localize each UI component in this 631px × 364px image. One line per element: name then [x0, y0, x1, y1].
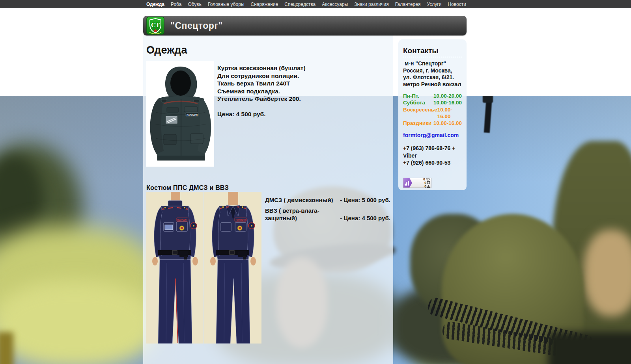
top-navbar: Одежда Роба Обувь Головные уборы Снаряже…: [0, 0, 631, 8]
address-line: ул. Флотская, 6/21.: [403, 74, 462, 81]
schedule-row: Пн-Пт. 10.00-20.00: [403, 93, 462, 99]
main-content: Одежда ПОЛИЦИЯ Куртка всесезонная (бушла…: [143, 35, 393, 364]
email-link[interactable]: formtorg@gmail.com: [403, 132, 462, 138]
product2-row: ДМСЗ ( демисезонный) - Цена: 5 000 руб.: [265, 196, 390, 204]
counter-row: 0: [412, 185, 430, 188]
page-icon: [427, 181, 430, 184]
nav-item-snaryazhenie[interactable]: Снаряжение: [251, 2, 278, 7]
pages-count: 0: [424, 181, 426, 184]
phones-block: +7 (963) 786-68-76 + Viber +7 (926) 660-…: [403, 145, 462, 167]
schedule-row: Суббота 10.00-16.00: [403, 99, 462, 106]
address-line: метро Речной вокзал: [403, 81, 462, 88]
bar-chart-icon: [403, 178, 412, 188]
nav-item-aksessuary[interactable]: Аксессуары: [322, 2, 348, 7]
nav-item-obuv[interactable]: Обувь: [188, 2, 202, 7]
product2-item-name: ВВЗ ( ветра-влага-защитный): [265, 207, 338, 222]
site-title: "Спецторг": [170, 16, 223, 35]
nav-item-roba[interactable]: Роба: [171, 2, 181, 7]
schedule-day: Пн-Пт.: [403, 93, 419, 99]
contacts-sidebar: Контакты м-н "Спецторг" Россия, г. Москв…: [398, 39, 467, 190]
counter-row: 0: [412, 181, 430, 184]
schedule-time: 10.00-20.00: [433, 93, 462, 99]
visitor-counter-widget[interactable]: 0 0 0: [403, 178, 431, 188]
photo-field-light-shape: [0, 281, 158, 364]
person-icon: [427, 185, 430, 188]
schedule-time: 10.00-16.00: [437, 106, 462, 120]
product1-line: Ткань верха Твилл 240Т: [217, 80, 306, 87]
visitors-count: 0: [424, 185, 426, 188]
product1-line: Для сотрудников полиции.: [217, 72, 306, 80]
jacket-product-image: ПОЛИЦИЯ: [146, 61, 214, 167]
schedule-row: Воскресенье 10.00-16.00: [403, 106, 462, 120]
nav-item-galantereya[interactable]: Галантерея: [395, 2, 421, 7]
product2-item-price: - Цена: 5 000 руб.: [340, 197, 390, 203]
photo-rifle-sight: [483, 96, 493, 103]
product1-description: Куртка всесезонная (бушлат) Для сотрудни…: [217, 64, 306, 118]
counter-numbers: 0 0 0: [412, 178, 431, 188]
nav-item-spetssredstva[interactable]: Спецсредства: [284, 2, 316, 7]
product2-item-name: ДМСЗ ( демисезонный): [265, 196, 338, 204]
product1-price: Цена: 4 500 руб.: [217, 110, 306, 118]
dashed-divider: [403, 57, 462, 57]
contacts-title: Контакты: [403, 46, 462, 55]
eye-icon: [426, 178, 430, 180]
product2-title: Костюм ППС ДМСЗ и ВВЗ: [146, 184, 229, 191]
product1-line: Съемная подкладка.: [217, 87, 306, 95]
site-header: СТ "Спецторг": [143, 16, 467, 35]
uniform-dmsz-image: ПОЛИЦИЯ: [146, 192, 203, 344]
phone-number: +7 (926) 660-90-53: [403, 159, 462, 167]
police-patch-label: ПОЛИЦИЯ: [177, 219, 187, 221]
photo-dark-corner: [548, 332, 631, 364]
counter-row: 0: [412, 178, 430, 181]
logo-text: СТ: [151, 22, 160, 28]
nav-item-uslugi[interactable]: Услуги: [427, 2, 441, 7]
views-count: 0: [423, 178, 425, 181]
schedule-block: Пн-Пт. 10.00-20.00 Суббота 10.00-16.00 В…: [403, 93, 462, 126]
nav-item-znaki-razlichiya[interactable]: Знаки различия: [354, 2, 389, 7]
phone-number: +7 (963) 786-68-76 + Viber: [403, 145, 462, 159]
product2-row: ВВЗ ( ветра-влага-защитный) - Цена: 4 50…: [265, 207, 390, 222]
nav-list: Одежда Роба Обувь Головные уборы Снаряже…: [146, 0, 466, 8]
product1-line: Куртка всесезонная (бушлат): [217, 64, 306, 72]
schedule-row: Праздники 10.00-16.00: [403, 120, 462, 126]
nav-item-golovnye-ubory[interactable]: Головные уборы: [208, 2, 245, 7]
uniform-vvz-image: ПОЛИЦИЯ: [204, 192, 261, 344]
schedule-day: Праздники: [403, 120, 431, 126]
photo-gold-strip: [0, 332, 13, 364]
address-block: м-н "Спецторг" Россия, г. Москва, ул. Фл…: [403, 60, 462, 88]
schedule-time: 10.00-16.00: [433, 99, 462, 106]
schedule-day: Воскресенье: [403, 106, 437, 120]
product1-line: Утеплитель Файбертек 200.: [217, 95, 306, 103]
product2-item-price: - Цена: 4 500 руб.: [340, 215, 390, 221]
address-line: Россия, г. Москва,: [403, 67, 462, 74]
product2-rows: ДМСЗ ( демисезонный) - Цена: 5 000 руб. …: [265, 196, 390, 225]
schedule-time: 10.00-16.00: [433, 120, 462, 126]
page-title: Одежда: [146, 44, 187, 56]
schedule-day: Суббота: [403, 99, 425, 106]
address-line: м-н "Спецторг": [403, 60, 462, 67]
photo-tan-gear: [584, 230, 631, 316]
spetstorg-logo: СТ: [146, 17, 164, 35]
nav-item-novosti[interactable]: Новости: [448, 2, 466, 7]
police-patch-label: ПОЛИЦИЯ: [235, 219, 246, 221]
nav-item-odezhda[interactable]: Одежда: [146, 2, 164, 7]
